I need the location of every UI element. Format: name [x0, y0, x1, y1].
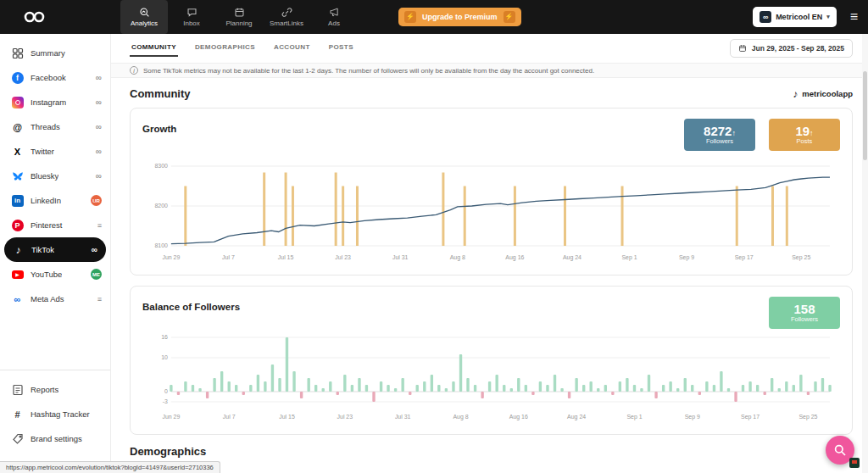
svg-text:Sep 25: Sep 25 — [792, 254, 810, 261]
sidebar-item-youtube[interactable]: ▶YouTubeME — [0, 262, 110, 287]
svg-text:0: 0 — [164, 388, 168, 394]
posts-label: Posts — [797, 138, 813, 146]
svg-text:10: 10 — [161, 354, 168, 360]
tab-account[interactable]: ACCOUNT — [272, 40, 312, 57]
info-icon: i — [130, 66, 138, 75]
posts-count: 19 — [795, 124, 810, 138]
nav-inbox[interactable]: Inbox — [168, 0, 215, 34]
section-tabs: COMMUNITYDEMOGRAPHICSACCOUNTPOSTS — [130, 40, 355, 57]
sidebar-item-reports[interactable]: Reports — [0, 377, 110, 402]
nav-analytics[interactable]: Analytics — [120, 0, 168, 34]
tab-community[interactable]: COMMUNITY — [130, 40, 178, 57]
balance-label: Followers — [791, 316, 818, 324]
sidebar-item-meta-ads[interactable]: ∞Meta Ads≡ — [0, 287, 110, 311]
smartlinks-icon — [281, 7, 292, 18]
account-label: Metricool EN — [776, 13, 822, 21]
sidebar-item-brand-settings[interactable]: Brand settings — [0, 426, 110, 451]
svg-text:Aug 8: Aug 8 — [453, 414, 468, 420]
linkedin-icon: in — [11, 194, 24, 207]
tab-posts[interactable]: POSTS — [327, 40, 355, 57]
sidebar-item-bluesky[interactable]: Bluesky∞ — [0, 164, 110, 188]
balance-count: 158 — [793, 302, 815, 316]
scrollbar-track[interactable] — [862, 34, 868, 473]
nav-ads[interactable]: Ads — [310, 0, 358, 34]
ads-icon — [329, 7, 340, 18]
sidebar-item-summary[interactable]: Summary — [0, 41, 110, 65]
sidebar-item-instagram[interactable]: Instagram∞ — [0, 90, 110, 114]
threads-icon: @ — [11, 120, 24, 133]
tiktok-icon: ♪ — [12, 243, 25, 256]
date-range-picker[interactable]: Jun 29, 2025 - Sep 28, 2025 — [730, 39, 853, 58]
top-nav: AnalyticsInboxPlanningSmartLinksAds — [120, 0, 358, 34]
sidebar-item-hashtag-tracker[interactable]: #Hashtag Tracker — [0, 402, 110, 426]
sidebar-item-facebook[interactable]: fFacebook∞ — [0, 65, 110, 90]
svg-text:Aug 16: Aug 16 — [505, 254, 524, 261]
tab-demographics[interactable]: DEMOGRAPHICS — [193, 40, 257, 57]
svg-text:Aug 24: Aug 24 — [567, 414, 586, 420]
lightning-icon: ⚡ — [404, 11, 416, 23]
svg-text:Jul 7: Jul 7 — [222, 254, 235, 260]
infinity-badge-icon: ∞ — [96, 122, 102, 131]
list-badge-icon: ≡ — [97, 221, 102, 230]
infinity-logo-icon — [22, 10, 47, 24]
scrollbar-thumb[interactable] — [863, 71, 867, 160]
followers-stat-badge: 8272↑ Followers — [684, 119, 755, 151]
followers-label: Followers — [706, 138, 733, 146]
svg-text:Sep 1: Sep 1 — [626, 414, 642, 420]
tabs-row: COMMUNITYDEMOGRAPHICSACCOUNTPOSTS Jun 29… — [130, 39, 853, 58]
balance-stat-badge: 158 Followers — [769, 297, 840, 329]
growth-card: Growth 8272↑ Followers 19↑ Posts 8100820… — [130, 108, 853, 275]
sidebar-channels: SummaryfFacebook∞Instagram∞@Threads∞XTwi… — [0, 41, 110, 311]
brand-settings-icon — [11, 432, 24, 445]
upgrade-label: Upgrade to Premium — [422, 13, 498, 21]
growth-title: Growth — [142, 124, 176, 134]
info-banner: i Some TikTok metrics may not be availab… — [111, 63, 868, 78]
infinity-badge-icon: ∞ — [96, 171, 102, 181]
svg-text:Sep 25: Sep 25 — [798, 414, 817, 420]
svg-text:-3: -3 — [163, 398, 168, 404]
instagram-icon — [11, 96, 24, 109]
status-url: https://app.metricool.com/evolution/tikt… — [0, 461, 220, 473]
sidebar-item-pinterest[interactable]: PPinterest≡ — [0, 213, 110, 237]
notice-text: Some TikTok metrics may not be available… — [143, 67, 594, 75]
sidebar-spacer — [0, 311, 110, 370]
chevron-down-icon: ▾ — [826, 14, 830, 20]
planning-icon — [234, 7, 245, 18]
svg-text:Jul 15: Jul 15 — [279, 414, 295, 420]
svg-text:Aug 8: Aug 8 — [450, 254, 465, 261]
sidebar-item-twitter[interactable]: XTwitter∞ — [0, 139, 110, 164]
pinterest-icon: P — [11, 219, 24, 231]
metricool-app: AnalyticsInboxPlanningSmartLinksAds ⚡ Up… — [0, 0, 868, 473]
infinity-badge-icon: ∞ — [92, 245, 97, 254]
balance-card-head: Balance of Followers 158 Followers — [142, 297, 840, 329]
tiktok-icon: ♪ — [793, 88, 798, 100]
date-range-label: Jun 29, 2025 - Sep 28, 2025 — [752, 44, 844, 53]
sidebar-item-tiktok[interactable]: ♪TikTok∞ — [4, 237, 106, 262]
hashtag-icon: # — [11, 408, 24, 420]
menu-button[interactable]: ≡ — [850, 9, 858, 25]
upgrade-premium-button[interactable]: ⚡ Upgrade to Premium ⚡ — [398, 8, 521, 26]
nav-smartlinks[interactable]: SmartLinks — [263, 0, 310, 34]
connected-account[interactable]: ♪ metricoolapp — [793, 88, 853, 100]
status-badge: ME — [91, 269, 102, 280]
svg-text:8200: 8200 — [154, 203, 168, 209]
svg-text:Aug 16: Aug 16 — [509, 414, 528, 420]
metricool-logo[interactable] — [22, 10, 47, 24]
svg-text:Jul 31: Jul 31 — [392, 254, 409, 260]
balance-of-followers-chart: -301016Jun 29Jul 7Jul 15Jul 23Jul 31Aug … — [142, 327, 840, 429]
account-switcher[interactable]: ∞ Metricool EN ▾ — [753, 7, 837, 27]
nav-planning[interactable]: Planning — [215, 0, 263, 34]
svg-text:8300: 8300 — [154, 163, 168, 169]
inbox-icon — [186, 7, 198, 18]
svg-text:Jul 7: Jul 7 — [223, 414, 236, 420]
reports-icon — [11, 383, 24, 396]
youtube-icon: ▶ — [11, 268, 24, 281]
twitter-icon: X — [11, 145, 24, 158]
sidebar-item-threads[interactable]: @Threads∞ — [0, 114, 110, 139]
svg-text:Jul 23: Jul 23 — [337, 414, 353, 420]
facebook-icon: f — [11, 71, 24, 84]
up-arrow-icon: ↑ — [810, 129, 814, 137]
infinity-badge-icon: ∞ — [96, 147, 102, 156]
sidebar-item-linkedin[interactable]: inLinkedInUR — [0, 188, 110, 213]
list-badge-icon: ≡ — [97, 295, 102, 303]
